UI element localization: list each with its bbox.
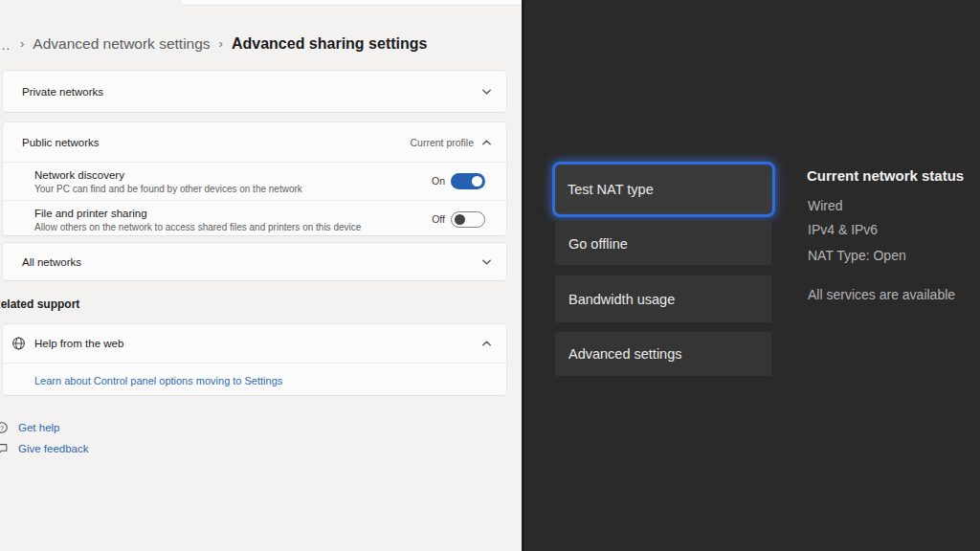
network-discovery-toggle[interactable] [451,173,485,189]
screen: … › Advanced network settings › Advanced… [0,0,980,551]
xbox-network-pane: Test NAT type Go offline Bandwidth usage… [522,0,980,551]
status-connection: Wired [808,198,843,213]
give-feedback-link[interactable]: Give feedback [0,442,89,454]
help-link-row: Learn about Control panel options moving… [3,363,506,398]
file-printer-sharing-description: Allow others on the network to access sh… [34,222,361,233]
chevron-down-icon [480,85,493,98]
give-feedback-label: Give feedback [18,443,89,454]
network-discovery-row: Network discovery Your PC can find and b… [3,162,506,200]
chevron-down-icon [480,255,493,268]
test-nat-type-button[interactable]: Test NAT type [552,162,775,217]
public-networks-label: Public networks [22,137,100,148]
breadcrumb: … › Advanced network settings › Advanced… [0,35,427,53]
window-edge-strip [182,0,522,6]
network-discovery-state: On [432,175,445,187]
toggle-knob [455,214,465,225]
private-networks-label: Private networks [22,86,103,98]
help-question-icon: ? [0,421,9,434]
breadcrumb-separator: › [20,36,24,51]
help-from-web-card: Help from the web Learn about Control pa… [2,323,507,396]
network-discovery-title: Network discovery [34,169,302,182]
network-discovery-description: Your PC can find and be found by other d… [34,184,302,195]
advanced-settings-button[interactable]: Advanced settings [555,332,771,376]
go-offline-label: Go offline [568,236,628,252]
toggle-knob [472,176,482,187]
globe-icon [11,337,26,351]
breadcrumb-parent-link[interactable]: Advanced network settings [33,35,210,53]
bandwidth-usage-button[interactable]: Bandwidth usage [555,276,771,322]
breadcrumb-overflow-button[interactable]: … [0,36,11,53]
help-from-web-expander[interactable]: Help from the web [3,324,506,363]
get-help-label: Get help [18,422,59,433]
advanced-settings-label: Advanced settings [568,346,682,362]
bandwidth-usage-label: Bandwidth usage [568,292,675,307]
all-networks-expander[interactable]: All networks [2,242,507,281]
feedback-bubble-icon [0,442,9,455]
network-status-title: Current network status [807,167,964,184]
settings-pane: … › Advanced network settings › Advanced… [0,0,522,551]
all-networks-label: All networks [22,256,81,268]
get-help-link[interactable]: ? Get help [0,421,59,433]
chevron-up-icon [480,338,493,350]
status-nat-type: NAT Type: Open [808,248,906,263]
private-networks-expander[interactable]: Private networks [2,70,507,113]
go-offline-button[interactable]: Go offline [555,222,771,265]
file-printer-sharing-toggle[interactable] [451,211,485,228]
svg-text:?: ? [0,424,4,430]
status-protocol: IPv4 & IPv6 [808,222,878,237]
related-support-heading: Related support [0,298,79,311]
file-printer-sharing-state: Off [432,213,445,225]
breadcrumb-separator: › [219,36,223,51]
file-printer-sharing-row: File and printer sharing Allow others on… [3,200,506,239]
public-networks-card: Public networks Current profile Network … [2,121,507,236]
file-printer-sharing-title: File and printer sharing [34,208,361,220]
status-services: All services are available [808,287,955,302]
chevron-up-icon [480,136,493,148]
control-panel-options-link[interactable]: Learn about Control panel options moving… [34,375,282,386]
test-nat-type-label: Test NAT type [568,182,654,197]
current-profile-badge: Current profile [410,137,474,148]
public-networks-expander[interactable]: Public networks Current profile [3,122,506,162]
page-title: Advanced sharing settings [232,35,428,53]
help-from-web-label: Help from the web [34,338,123,349]
